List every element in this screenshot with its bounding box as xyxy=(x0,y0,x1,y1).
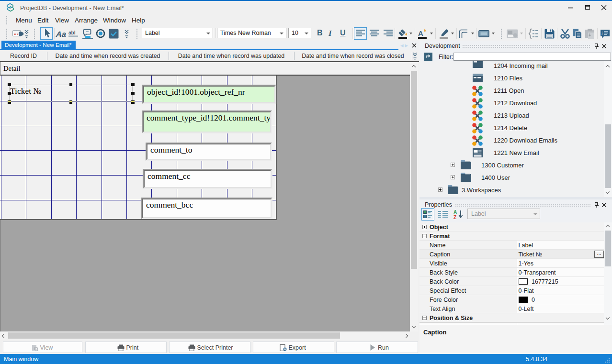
svg-text:A: A xyxy=(418,29,423,37)
svg-text:abl: abl xyxy=(68,30,76,35)
svg-text:A: A xyxy=(453,210,457,215)
svg-text:Z: Z xyxy=(453,215,456,220)
svg-text:i: i xyxy=(601,31,603,36)
